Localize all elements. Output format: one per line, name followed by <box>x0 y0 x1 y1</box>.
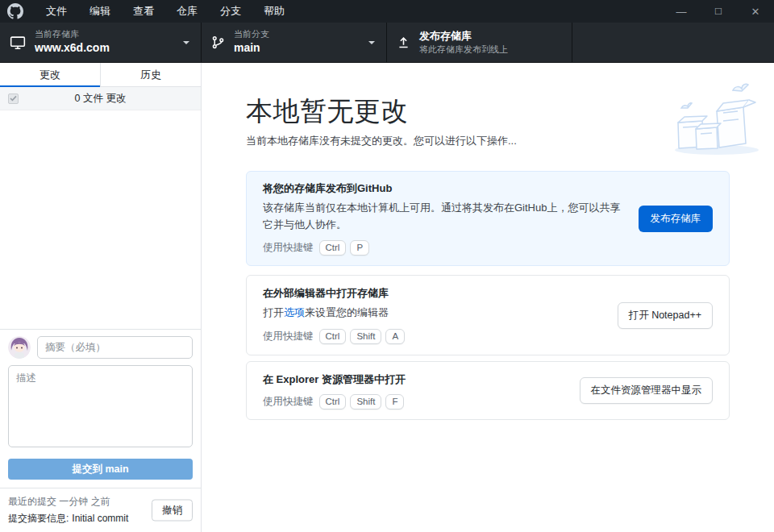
window-controls: — ☐ ✕ <box>663 0 774 23</box>
publish-repository-toolbar-button[interactable]: 发布存储库 将此存储库发布到线上 <box>387 23 572 62</box>
publish-card-title: 将您的存储库发布到GitHub <box>263 181 627 196</box>
commit-summary-input[interactable] <box>37 336 193 359</box>
page-subtitle: 当前本地存储库没有未提交的更改。您可以进行以下操作... <box>246 134 517 148</box>
changes-summary-row: 0 文件 更改 <box>0 87 201 110</box>
editor-shortcut: 使用快捷键 Ctrl Shift A <box>263 329 606 344</box>
current-repository-dropdown[interactable]: 当前存储库 www.x6d.com <box>0 23 202 62</box>
minimize-button[interactable]: — <box>663 0 700 23</box>
menu-view[interactable]: 查看 <box>122 0 165 23</box>
computer-icon <box>10 35 26 50</box>
editor-body-prefix: 打开 <box>263 306 284 318</box>
upload-icon <box>397 35 410 49</box>
publish-repository-button[interactable]: 发布存储库 <box>639 206 714 232</box>
commit-button[interactable]: 提交到 main <box>8 459 193 480</box>
changes-count-label: 0 文件 更改 <box>0 92 201 106</box>
editor-body-suffix: 来设置您的编辑器 <box>305 306 389 318</box>
sidebar-tabs: 更改 历史 <box>0 63 201 87</box>
key-a: A <box>385 329 405 344</box>
shortcut-label: 使用快捷键 <box>263 330 314 343</box>
publish-title: 发布存储库 <box>419 30 508 43</box>
open-in-editor-card: 在外部编辑器中打开存储库 打开选项来设置您的编辑器 使用快捷键 Ctrl Shi… <box>246 275 730 355</box>
chevron-down-icon <box>368 41 375 44</box>
open-editor-button[interactable]: 打开 Notepad++ <box>618 302 713 329</box>
menu-bar: 文件 编辑 查看 仓库 分支 帮助 <box>35 0 296 23</box>
publish-card: 将您的存储库发布到GitHub 该存储库当前仅在本地计算机上可用。通过将其发布在… <box>246 171 730 266</box>
recent-commit-summary-label: 提交摘要信息: <box>8 513 69 524</box>
commit-button-branch: main <box>105 463 128 475</box>
recent-commit-panel: 最近的提交 一分钟 之前 提交摘要信息:Initial commit 撤销 <box>0 488 201 532</box>
github-logo-icon <box>7 3 23 19</box>
maximize-button[interactable]: ☐ <box>700 0 737 23</box>
repository-name: www.x6d.com <box>35 41 110 56</box>
show-in-explorer-button[interactable]: 在文件资源管理器中显示 <box>580 377 714 404</box>
git-branch-icon <box>211 35 225 49</box>
key-ctrl: Ctrl <box>319 329 347 344</box>
editor-card-body: 打开选项来设置您的编辑器 <box>263 305 606 321</box>
select-all-checkbox[interactable] <box>8 94 19 104</box>
recent-commit-summary-value: Initial commit <box>72 513 128 524</box>
key-ctrl: Ctrl <box>319 394 347 409</box>
key-shift: Shift <box>350 329 381 344</box>
options-link[interactable]: 选项 <box>284 306 305 318</box>
commit-form: 提交到 main <box>0 329 201 488</box>
titlebar: 文件 编辑 查看 仓库 分支 帮助 — ☐ ✕ <box>0 0 774 23</box>
shortcut-label: 使用快捷键 <box>263 395 314 409</box>
explorer-shortcut: 使用快捷键 Ctrl Shift F <box>263 394 568 409</box>
publish-subtitle: 将此存储库发布到线上 <box>419 44 508 56</box>
undo-button[interactable]: 撤销 <box>152 500 193 522</box>
explorer-card-title: 在 Explorer 资源管理器中打开 <box>263 372 568 387</box>
commit-description-input[interactable] <box>8 365 193 447</box>
branch-name: main <box>234 41 269 56</box>
toolbar-spacer <box>572 23 774 62</box>
key-p: P <box>350 240 369 256</box>
menu-repository[interactable]: 仓库 <box>165 0 209 23</box>
key-f: F <box>385 394 404 409</box>
github-desktop-window: 文件 编辑 查看 仓库 分支 帮助 — ☐ ✕ 当前存储库 www.x6d.co… <box>0 0 774 532</box>
publish-shortcut: 使用快捷键 Ctrl P <box>263 240 627 256</box>
editor-card-title: 在外部编辑器中打开存储库 <box>263 286 606 301</box>
shortcut-label: 使用快捷键 <box>263 241 314 255</box>
current-branch-dropdown[interactable]: 当前分支 main <box>202 23 387 62</box>
no-changes-view: 本地暂无更改 当前本地存储库没有未提交的更改。您可以进行以下操作... <box>202 63 774 532</box>
tab-changes[interactable]: 更改 <box>0 63 100 86</box>
chevron-down-icon <box>183 41 189 44</box>
commit-button-prefix: 提交到 <box>72 463 102 475</box>
open-in-explorer-card: 在 Explorer 资源管理器中打开 使用快捷键 Ctrl Shift F 在… <box>246 361 730 420</box>
menu-branch[interactable]: 分支 <box>209 0 252 23</box>
close-button[interactable]: ✕ <box>737 0 774 23</box>
key-ctrl: Ctrl <box>319 240 347 256</box>
publish-card-body: 该存储库当前仅在本地计算机上可用。通过将其发布在GitHub上，您可以共享它并与… <box>263 200 627 232</box>
menu-file[interactable]: 文件 <box>35 0 78 23</box>
toolbar: 当前存储库 www.x6d.com 当前分支 main 发布存储库 将此存储库发… <box>0 23 774 63</box>
repository-label: 当前存储库 <box>35 29 110 40</box>
changes-sidebar: 更改 历史 0 文件 更改 提交到 main <box>0 63 202 532</box>
branch-label: 当前分支 <box>234 29 269 40</box>
user-avatar <box>8 336 31 359</box>
empty-state-illustration <box>660 79 769 163</box>
tab-history[interactable]: 历史 <box>100 63 201 86</box>
menu-help[interactable]: 帮助 <box>252 0 296 23</box>
key-shift: Shift <box>350 394 381 409</box>
page-title: 本地暂无更改 <box>246 94 408 130</box>
menu-edit[interactable]: 编辑 <box>78 0 122 23</box>
